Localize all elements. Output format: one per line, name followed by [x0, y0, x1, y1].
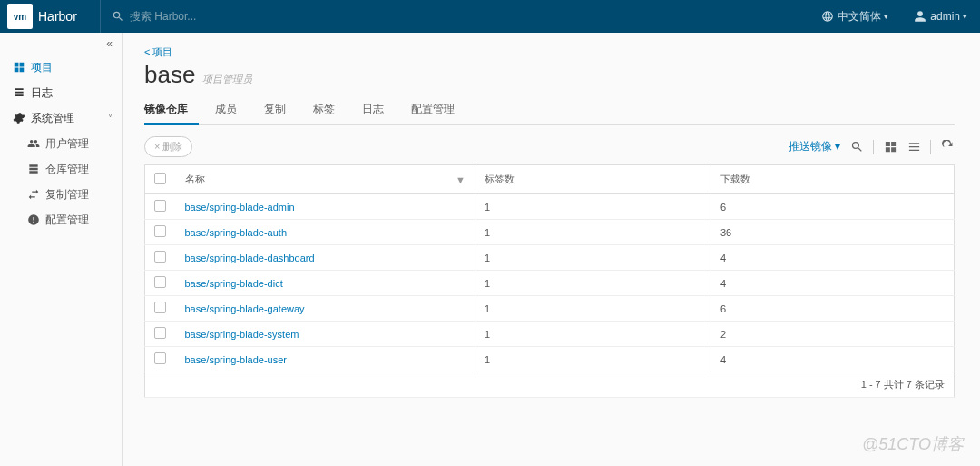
gear-icon: [13, 112, 25, 124]
row-checkbox[interactable]: [154, 302, 166, 313]
filter-column-icon[interactable]: ▼: [456, 174, 466, 185]
row-checkbox[interactable]: [154, 276, 166, 288]
tab-labels[interactable]: 标签: [313, 96, 346, 124]
repo-name-link[interactable]: base/spring-blade-admin: [176, 194, 475, 220]
repo-table: 名称▼ 标签数 下载数 base/spring-blade-admin16bas…: [144, 164, 955, 398]
config-icon: [27, 213, 40, 226]
row-checkbox[interactable]: [154, 327, 166, 339]
sidebar-item-label: 项目: [31, 60, 53, 75]
table-row: base/spring-blade-gateway16: [145, 296, 955, 322]
repo-downloads: 4: [711, 347, 955, 372]
global-search[interactable]: [100, 0, 299, 33]
divider: [930, 140, 931, 154]
language-label: 中文简体: [838, 9, 881, 25]
sidebar: « 项目 日志 系统管理 ˅ 用户管理 仓库管理 复制管理 配置管: [0, 33, 122, 466]
repo-name-link[interactable]: base/spring-blade-auth: [176, 220, 475, 245]
col-downloads[interactable]: 下载数: [711, 165, 955, 194]
logo[interactable]: vm Harbor: [0, 0, 100, 33]
vmware-logo-icon: vm: [7, 4, 33, 29]
repo-downloads: 36: [711, 220, 955, 245]
table-row: base/spring-blade-dict14: [145, 271, 955, 296]
table-row: base/spring-blade-admin16: [145, 194, 955, 220]
repo-name-link[interactable]: base/spring-blade-user: [176, 347, 475, 372]
project-tabs: 镜像仓库 成员 复制 标签 日志 配置管理: [144, 96, 955, 125]
sidebar-item-label: 系统管理: [31, 111, 74, 126]
sidebar-item-label: 日志: [31, 85, 53, 101]
repo-name-link[interactable]: base/spring-blade-dashboard: [176, 245, 475, 271]
tab-members[interactable]: 成员: [215, 96, 248, 124]
repo-downloads: 2: [711, 322, 955, 347]
caret-down-icon: ▾: [884, 12, 888, 21]
sidebar-item-label: 仓库管理: [45, 162, 89, 177]
repo-downloads: 4: [711, 271, 955, 296]
repo-tags: 1: [475, 245, 711, 271]
user-menu[interactable]: admin▾: [901, 0, 980, 33]
sidebar-item-label: 配置管理: [45, 213, 89, 228]
globe-icon: [821, 10, 834, 23]
project-heading: base 项目管理员: [144, 61, 955, 89]
repo-downloads: 6: [711, 194, 955, 220]
card-view-icon[interactable]: [883, 140, 897, 154]
repo-name-link[interactable]: base/spring-blade-system: [176, 322, 475, 347]
sidebar-collapse[interactable]: «: [0, 33, 122, 55]
search-icon: [112, 10, 124, 23]
tab-logs[interactable]: 日志: [362, 96, 395, 124]
repo-downloads: 6: [711, 296, 955, 322]
project-role: 项目管理员: [202, 73, 252, 86]
tab-replication[interactable]: 复制: [264, 96, 297, 124]
sidebar-item-label: 复制管理: [45, 187, 89, 203]
main-content: < 项目 base 项目管理员 镜像仓库 成员 复制 标签 日志 配置管理 × …: [122, 33, 980, 466]
repo-tags: 1: [475, 347, 711, 372]
filter-icon[interactable]: [849, 140, 864, 154]
table-row: base/spring-blade-system12: [145, 322, 955, 347]
row-checkbox[interactable]: [154, 352, 166, 364]
language-switcher[interactable]: 中文简体▾: [808, 0, 901, 33]
repo-name-link[interactable]: base/spring-blade-gateway: [176, 296, 475, 322]
repo-tags: 1: [475, 271, 711, 296]
sidebar-item-registries[interactable]: 仓库管理: [0, 156, 122, 182]
users-icon: [27, 137, 40, 150]
sidebar-item-replication[interactable]: 复制管理: [0, 182, 122, 207]
row-checkbox[interactable]: [154, 225, 166, 237]
back-link[interactable]: < 项目: [144, 45, 955, 59]
table-row: base/spring-blade-auth136: [145, 220, 955, 245]
search-input[interactable]: [130, 10, 275, 23]
sidebar-item-projects[interactable]: 项目: [0, 55, 122, 80]
repo-tags: 1: [475, 322, 711, 347]
project-icon: [13, 61, 25, 74]
product-name: Harbor: [38, 9, 77, 24]
divider: [873, 140, 874, 154]
tab-repositories[interactable]: 镜像仓库: [144, 96, 199, 125]
toolbar: × 删除 推送镜像 ▾: [144, 136, 955, 157]
sidebar-item-users[interactable]: 用户管理: [0, 131, 122, 156]
sidebar-item-admin[interactable]: 系统管理 ˅: [0, 105, 122, 131]
sidebar-item-config[interactable]: 配置管理: [0, 207, 122, 233]
sidebar-item-label: 用户管理: [45, 136, 89, 152]
repo-tags: 1: [475, 194, 711, 220]
repo-tags: 1: [475, 220, 711, 245]
delete-button[interactable]: × 删除: [144, 136, 192, 157]
row-checkbox[interactable]: [154, 200, 166, 212]
replication-icon: [27, 188, 40, 201]
log-icon: [13, 86, 25, 99]
select-all-checkbox[interactable]: [154, 173, 166, 184]
sidebar-item-logs[interactable]: 日志: [0, 80, 122, 105]
row-checkbox[interactable]: [154, 251, 166, 263]
repo-name-link[interactable]: base/spring-blade-dict: [176, 271, 475, 296]
pagination-text: 1 - 7 共计 7 条记录: [145, 372, 955, 398]
repo-downloads: 4: [711, 245, 955, 271]
col-name[interactable]: 名称: [185, 173, 205, 186]
col-tags[interactable]: 标签数: [475, 165, 711, 194]
refresh-icon[interactable]: [940, 140, 955, 154]
user-icon: [914, 10, 926, 23]
tab-config[interactable]: 配置管理: [411, 96, 466, 124]
list-view-icon[interactable]: [906, 140, 921, 154]
registry-icon: [27, 163, 40, 175]
chevron-down-icon: ˅: [108, 114, 113, 124]
collapse-icon: «: [106, 37, 113, 50]
caret-down-icon: ▾: [963, 12, 967, 21]
push-image-link[interactable]: 推送镜像 ▾: [789, 139, 840, 154]
repo-tags: 1: [475, 296, 711, 322]
user-label: admin: [930, 10, 960, 23]
top-bar: vm Harbor 中文简体▾ admin▾: [0, 0, 980, 33]
